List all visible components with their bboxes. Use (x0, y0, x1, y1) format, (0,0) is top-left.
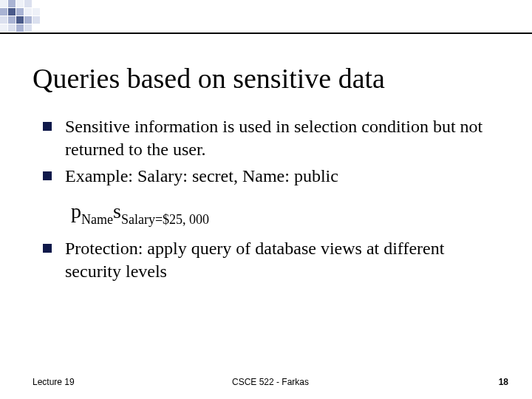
bullet-text: Example: Salary: secret, Name: public (65, 166, 338, 185)
slide-title: Queries based on sensitive data (33, 62, 499, 95)
slide-body: Sensitive information is used in selecti… (43, 115, 499, 287)
header-decoration (0, 0, 532, 34)
square-bullet-icon (43, 244, 52, 253)
footer-center: CSCE 522 - Farkas (232, 377, 309, 387)
sigma-subscript: Salary=$25, 000 (121, 212, 209, 227)
checker-pattern (0, 0, 40, 32)
bullet-text: Protection: apply query of database view… (65, 239, 444, 281)
bullet-item: Sensitive information is used in selecti… (43, 115, 499, 160)
relational-algebra-formula: pNamesSalary=$25, 000 (71, 198, 499, 227)
bullet-text: Sensitive information is used in selecti… (65, 117, 482, 159)
bullet-item: Protection: apply query of database view… (43, 237, 499, 282)
footer-page-number: 18 (499, 377, 508, 387)
square-bullet-icon (43, 122, 52, 131)
header-rule (0, 33, 532, 34)
bullet-item: Example: Salary: secret, Name: public (43, 165, 499, 188)
pi-subscript: Name (81, 212, 113, 227)
slide: Queries based on sensitive data Sensitiv… (0, 0, 532, 399)
sigma-symbol: s (113, 200, 121, 222)
pi-symbol: p (71, 200, 81, 222)
footer-left: Lecture 19 (33, 377, 75, 387)
square-bullet-icon (43, 171, 52, 180)
slide-footer: Lecture 19 CSCE 522 - Farkas 18 (33, 372, 508, 387)
